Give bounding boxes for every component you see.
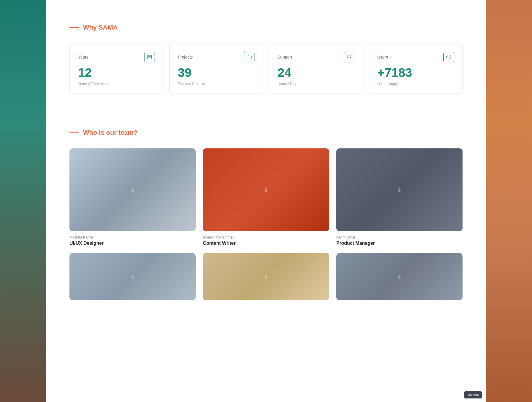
team-photo-2 [203, 148, 329, 231]
team-title-line-decoration [69, 132, 79, 133]
stat-card-users-header: Users [377, 52, 454, 62]
why-sama-title-container: Why SAMA [69, 24, 463, 31]
team-card-3: Karim Omar Product Manager [336, 148, 463, 246]
headset-icon [344, 52, 354, 62]
team-member-1-name: Mostafa Kamel [69, 235, 196, 239]
svg-point-22 [398, 276, 401, 279]
svg-point-8 [447, 55, 451, 59]
team-photo-1 [69, 148, 196, 231]
team-card-1: Mostafa Kamel UI/UX Designer [69, 148, 196, 246]
smiley-icon [443, 52, 454, 62]
team-member-3-name: Karim Omar [336, 235, 463, 239]
svg-point-17 [132, 275, 134, 276]
svg-point-11 [132, 188, 134, 189]
team-card-5 [203, 253, 329, 300]
watermark-text: ui8.com [467, 393, 479, 397]
stat-users-sublabel: Users Happy [377, 82, 454, 86]
stat-support-label: Support [278, 55, 292, 59]
team-member-2-role: Content Writer [203, 241, 329, 246]
team-card-2: Ibrahim Mohammed Content Writer [203, 148, 329, 246]
team-photo-3 [336, 148, 463, 231]
team-card-6 [336, 253, 463, 300]
left-sidebar [0, 0, 46, 402]
stat-users-number: +7183 [377, 66, 454, 80]
svg-rect-5 [247, 56, 252, 59]
team-photo-4 [69, 253, 196, 300]
svg-point-12 [131, 189, 134, 192]
title-line-decoration [69, 27, 79, 28]
stat-card-years-header: Years [78, 52, 155, 62]
why-sama-title: Why SAMA [83, 24, 118, 31]
main-content: Why SAMA Years [46, 0, 486, 402]
team-photo-5 [203, 253, 329, 300]
svg-point-15 [398, 188, 400, 189]
stat-card-projects-header: Projects [178, 52, 255, 62]
briefcase-icon [244, 52, 254, 62]
stat-years-sublabel: Years Of Experience [78, 82, 155, 86]
team-section-title: Who is our team? [83, 129, 138, 137]
team-member-3-role: Product Manager [336, 241, 463, 246]
svg-point-14 [265, 189, 267, 192]
team-card-4 [69, 253, 196, 300]
svg-point-18 [131, 276, 134, 279]
svg-point-21 [398, 275, 400, 276]
stat-support-sublabel: Hours / Day [278, 82, 354, 86]
stat-projects-sublabel: Finished Projects [178, 82, 255, 86]
team-grid: Mostafa Kamel UI/UX Designer Ibrahim Moh… [69, 148, 463, 300]
stat-card-support: Support 24 Hours / Day [269, 43, 363, 93]
svg-rect-0 [147, 55, 152, 59]
stat-users-label: Users [377, 55, 388, 59]
watermark: ui8.com [464, 391, 482, 398]
svg-point-13 [265, 188, 267, 189]
stat-card-projects: Projects 39 Finished Projects [169, 43, 263, 93]
svg-rect-4 [149, 58, 149, 58]
stat-years-number: 12 [78, 66, 155, 80]
stat-card-years: Years 12 Years Of Experience [69, 43, 163, 93]
stat-card-users: Users +7183 Users Happy [369, 43, 463, 93]
stat-projects-label: Projects [178, 55, 193, 59]
stat-projects-number: 39 [178, 66, 255, 80]
stat-support-number: 24 [278, 66, 354, 80]
team-member-2-name: Ibrahim Mohammed [203, 235, 329, 239]
stat-years-label: Years [78, 55, 88, 59]
team-section: Who is our team? Mostafa Kamel UI/UX Des… [69, 111, 463, 318]
svg-point-20 [265, 276, 267, 279]
stats-grid: Years 12 Years Of Experience [69, 43, 463, 93]
team-photo-6 [336, 253, 463, 300]
stat-card-support-header: Support [278, 52, 354, 62]
why-sama-section: Why SAMA Years [69, 0, 463, 111]
svg-point-19 [265, 275, 267, 276]
svg-point-16 [398, 189, 401, 192]
calendar-icon [144, 52, 155, 62]
right-sidebar [486, 0, 532, 402]
team-member-1-role: UI/UX Designer [69, 241, 196, 246]
team-title-container: Who is our team? [69, 129, 463, 137]
